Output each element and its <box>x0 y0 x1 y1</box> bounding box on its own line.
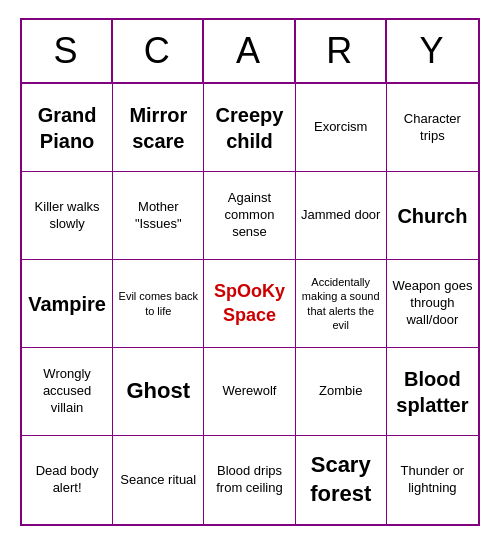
bingo-cell: Mirror scare <box>113 84 204 172</box>
bingo-cell: Jammed door <box>296 172 387 260</box>
bingo-cell: Character trips <box>387 84 478 172</box>
bingo-cell: Scary forest <box>296 436 387 524</box>
bingo-cell: Grand Piano <box>22 84 113 172</box>
bingo-cell: Zombie <box>296 348 387 436</box>
header-letter: S <box>22 20 113 82</box>
header-letter: A <box>204 20 295 82</box>
bingo-cell: Dead body alert! <box>22 436 113 524</box>
bingo-cell: Thunder or lightning <box>387 436 478 524</box>
bingo-cell: Mother "Issues" <box>113 172 204 260</box>
bingo-cell: Seance ritual <box>113 436 204 524</box>
header-letter: R <box>296 20 387 82</box>
bingo-cell: Werewolf <box>204 348 295 436</box>
bingo-cell: Vampire <box>22 260 113 348</box>
bingo-cell: Evil comes back to life <box>113 260 204 348</box>
bingo-cell: Exorcism <box>296 84 387 172</box>
bingo-cell: Blood splatter <box>387 348 478 436</box>
bingo-cell: Wrongly accused villain <box>22 348 113 436</box>
header-letter: Y <box>387 20 478 82</box>
bingo-cell: Against common sense <box>204 172 295 260</box>
bingo-cell: Accidentally making a sound that alerts … <box>296 260 387 348</box>
bingo-card: SCARY Grand PianoMirror scareCreepy chil… <box>20 18 480 526</box>
bingo-grid: Grand PianoMirror scareCreepy childExorc… <box>22 84 478 524</box>
bingo-cell: SpOoKy Space <box>204 260 295 348</box>
bingo-cell: Church <box>387 172 478 260</box>
header-letter: C <box>113 20 204 82</box>
bingo-cell: Creepy child <box>204 84 295 172</box>
bingo-header: SCARY <box>22 20 478 84</box>
bingo-cell: Killer walks slowly <box>22 172 113 260</box>
bingo-cell: Blood drips from ceiling <box>204 436 295 524</box>
bingo-cell: Ghost <box>113 348 204 436</box>
bingo-cell: Weapon goes through wall/door <box>387 260 478 348</box>
